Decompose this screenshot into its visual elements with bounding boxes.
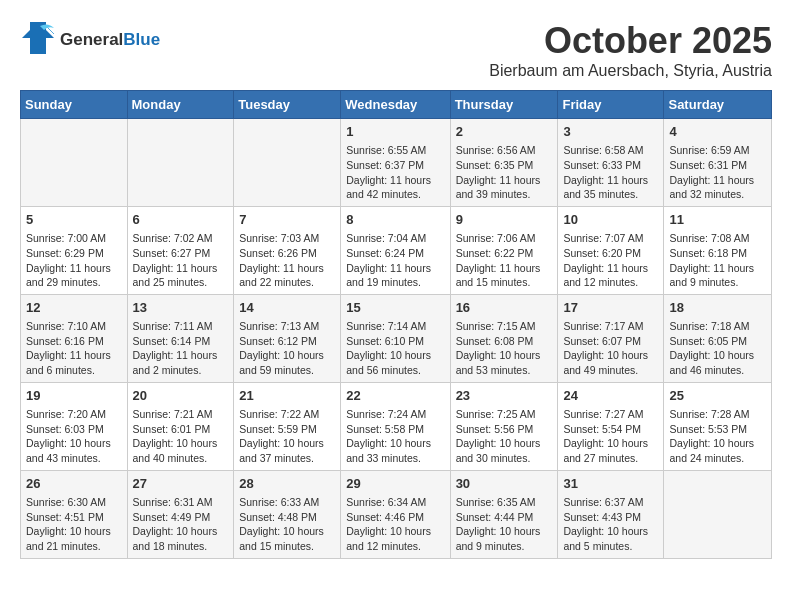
logo: GeneralBlue	[20, 20, 160, 60]
calendar-week-row: 26Sunrise: 6:30 AMSunset: 4:51 PMDayligh…	[21, 470, 772, 558]
table-row: 26Sunrise: 6:30 AMSunset: 4:51 PMDayligh…	[21, 470, 128, 558]
day-number: 6	[133, 211, 229, 229]
table-row: 20Sunrise: 7:21 AMSunset: 6:01 PMDayligh…	[127, 382, 234, 470]
day-info: Sunrise: 7:18 AMSunset: 6:05 PMDaylight:…	[669, 319, 766, 378]
table-row: 14Sunrise: 7:13 AMSunset: 6:12 PMDayligh…	[234, 294, 341, 382]
header-saturday: Saturday	[664, 91, 772, 119]
day-info: Sunrise: 6:31 AMSunset: 4:49 PMDaylight:…	[133, 495, 229, 554]
table-row: 31Sunrise: 6:37 AMSunset: 4:43 PMDayligh…	[558, 470, 664, 558]
table-row: 18Sunrise: 7:18 AMSunset: 6:05 PMDayligh…	[664, 294, 772, 382]
day-number: 14	[239, 299, 335, 317]
header-friday: Friday	[558, 91, 664, 119]
table-row: 8Sunrise: 7:04 AMSunset: 6:24 PMDaylight…	[341, 206, 450, 294]
table-row: 15Sunrise: 7:14 AMSunset: 6:10 PMDayligh…	[341, 294, 450, 382]
header-monday: Monday	[127, 91, 234, 119]
table-row: 29Sunrise: 6:34 AMSunset: 4:46 PMDayligh…	[341, 470, 450, 558]
day-info: Sunrise: 6:58 AMSunset: 6:33 PMDaylight:…	[563, 143, 658, 202]
day-number: 11	[669, 211, 766, 229]
day-info: Sunrise: 7:06 AMSunset: 6:22 PMDaylight:…	[456, 231, 553, 290]
day-info: Sunrise: 7:24 AMSunset: 5:58 PMDaylight:…	[346, 407, 444, 466]
table-row: 22Sunrise: 7:24 AMSunset: 5:58 PMDayligh…	[341, 382, 450, 470]
day-number: 19	[26, 387, 122, 405]
calendar-week-row: 12Sunrise: 7:10 AMSunset: 6:16 PMDayligh…	[21, 294, 772, 382]
day-number: 26	[26, 475, 122, 493]
table-row: 13Sunrise: 7:11 AMSunset: 6:14 PMDayligh…	[127, 294, 234, 382]
day-info: Sunrise: 6:34 AMSunset: 4:46 PMDaylight:…	[346, 495, 444, 554]
title-block: October 2025 Bierbaum am Auersbach, Styr…	[489, 20, 772, 80]
day-number: 24	[563, 387, 658, 405]
day-number: 7	[239, 211, 335, 229]
table-row: 23Sunrise: 7:25 AMSunset: 5:56 PMDayligh…	[450, 382, 558, 470]
day-info: Sunrise: 7:04 AMSunset: 6:24 PMDaylight:…	[346, 231, 444, 290]
table-row: 6Sunrise: 7:02 AMSunset: 6:27 PMDaylight…	[127, 206, 234, 294]
table-row	[21, 119, 128, 207]
calendar-week-row: 19Sunrise: 7:20 AMSunset: 6:03 PMDayligh…	[21, 382, 772, 470]
header-row: Sunday Monday Tuesday Wednesday Thursday…	[21, 91, 772, 119]
day-info: Sunrise: 6:59 AMSunset: 6:31 PMDaylight:…	[669, 143, 766, 202]
table-row: 7Sunrise: 7:03 AMSunset: 6:26 PMDaylight…	[234, 206, 341, 294]
day-info: Sunrise: 7:20 AMSunset: 6:03 PMDaylight:…	[26, 407, 122, 466]
day-number: 30	[456, 475, 553, 493]
table-row: 10Sunrise: 7:07 AMSunset: 6:20 PMDayligh…	[558, 206, 664, 294]
day-number: 1	[346, 123, 444, 141]
day-number: 27	[133, 475, 229, 493]
day-number: 13	[133, 299, 229, 317]
day-number: 10	[563, 211, 658, 229]
month-title: October 2025	[489, 20, 772, 62]
day-number: 9	[456, 211, 553, 229]
day-number: 29	[346, 475, 444, 493]
day-number: 18	[669, 299, 766, 317]
logo-icon	[20, 20, 56, 60]
day-info: Sunrise: 6:33 AMSunset: 4:48 PMDaylight:…	[239, 495, 335, 554]
logo-general: General	[60, 30, 123, 49]
table-row: 2Sunrise: 6:56 AMSunset: 6:35 PMDaylight…	[450, 119, 558, 207]
day-info: Sunrise: 7:25 AMSunset: 5:56 PMDaylight:…	[456, 407, 553, 466]
day-info: Sunrise: 7:03 AMSunset: 6:26 PMDaylight:…	[239, 231, 335, 290]
day-number: 4	[669, 123, 766, 141]
logo-text: GeneralBlue	[60, 31, 160, 50]
day-info: Sunrise: 6:56 AMSunset: 6:35 PMDaylight:…	[456, 143, 553, 202]
day-info: Sunrise: 7:14 AMSunset: 6:10 PMDaylight:…	[346, 319, 444, 378]
day-number: 16	[456, 299, 553, 317]
day-number: 3	[563, 123, 658, 141]
table-row: 1Sunrise: 6:55 AMSunset: 6:37 PMDaylight…	[341, 119, 450, 207]
table-row	[664, 470, 772, 558]
day-info: Sunrise: 7:28 AMSunset: 5:53 PMDaylight:…	[669, 407, 766, 466]
day-number: 31	[563, 475, 658, 493]
day-number: 5	[26, 211, 122, 229]
table-row: 17Sunrise: 7:17 AMSunset: 6:07 PMDayligh…	[558, 294, 664, 382]
day-info: Sunrise: 7:13 AMSunset: 6:12 PMDaylight:…	[239, 319, 335, 378]
calendar-week-row: 1Sunrise: 6:55 AMSunset: 6:37 PMDaylight…	[21, 119, 772, 207]
day-info: Sunrise: 6:55 AMSunset: 6:37 PMDaylight:…	[346, 143, 444, 202]
logo-blue: Blue	[123, 30, 160, 49]
table-row: 24Sunrise: 7:27 AMSunset: 5:54 PMDayligh…	[558, 382, 664, 470]
day-number: 17	[563, 299, 658, 317]
table-row: 25Sunrise: 7:28 AMSunset: 5:53 PMDayligh…	[664, 382, 772, 470]
day-info: Sunrise: 7:22 AMSunset: 5:59 PMDaylight:…	[239, 407, 335, 466]
day-info: Sunrise: 7:11 AMSunset: 6:14 PMDaylight:…	[133, 319, 229, 378]
calendar-header: Sunday Monday Tuesday Wednesday Thursday…	[21, 91, 772, 119]
header-thursday: Thursday	[450, 91, 558, 119]
day-info: Sunrise: 7:15 AMSunset: 6:08 PMDaylight:…	[456, 319, 553, 378]
day-number: 25	[669, 387, 766, 405]
calendar-week-row: 5Sunrise: 7:00 AMSunset: 6:29 PMDaylight…	[21, 206, 772, 294]
day-info: Sunrise: 6:30 AMSunset: 4:51 PMDaylight:…	[26, 495, 122, 554]
day-info: Sunrise: 6:35 AMSunset: 4:44 PMDaylight:…	[456, 495, 553, 554]
location-title: Bierbaum am Auersbach, Styria, Austria	[489, 62, 772, 80]
day-number: 15	[346, 299, 444, 317]
table-row: 27Sunrise: 6:31 AMSunset: 4:49 PMDayligh…	[127, 470, 234, 558]
day-info: Sunrise: 7:02 AMSunset: 6:27 PMDaylight:…	[133, 231, 229, 290]
day-info: Sunrise: 7:00 AMSunset: 6:29 PMDaylight:…	[26, 231, 122, 290]
table-row: 3Sunrise: 6:58 AMSunset: 6:33 PMDaylight…	[558, 119, 664, 207]
table-row: 12Sunrise: 7:10 AMSunset: 6:16 PMDayligh…	[21, 294, 128, 382]
day-number: 8	[346, 211, 444, 229]
table-row: 28Sunrise: 6:33 AMSunset: 4:48 PMDayligh…	[234, 470, 341, 558]
table-row: 11Sunrise: 7:08 AMSunset: 6:18 PMDayligh…	[664, 206, 772, 294]
day-info: Sunrise: 7:17 AMSunset: 6:07 PMDaylight:…	[563, 319, 658, 378]
header-sunday: Sunday	[21, 91, 128, 119]
table-row: 19Sunrise: 7:20 AMSunset: 6:03 PMDayligh…	[21, 382, 128, 470]
table-row: 21Sunrise: 7:22 AMSunset: 5:59 PMDayligh…	[234, 382, 341, 470]
calendar-body: 1Sunrise: 6:55 AMSunset: 6:37 PMDaylight…	[21, 119, 772, 559]
day-info: Sunrise: 7:07 AMSunset: 6:20 PMDaylight:…	[563, 231, 658, 290]
day-info: Sunrise: 7:10 AMSunset: 6:16 PMDaylight:…	[26, 319, 122, 378]
